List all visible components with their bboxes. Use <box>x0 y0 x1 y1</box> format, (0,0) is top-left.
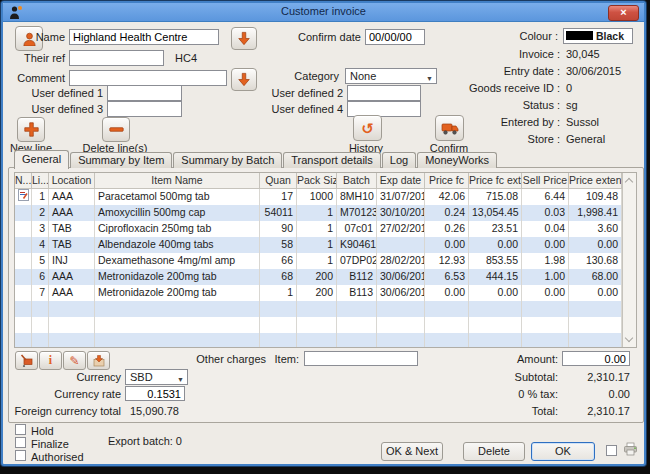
cell: 1000 <box>297 189 337 205</box>
cell: 1 <box>297 221 337 237</box>
confirm-date-label: Confirm date <box>289 31 361 43</box>
column-header-li[interactable]: Li... <box>32 173 49 188</box>
cell: 0.00 <box>569 285 622 301</box>
column-header-batch[interactable]: Batch <box>337 173 377 188</box>
cell: 0.03 <box>522 205 569 221</box>
edit-icon: ✎ <box>69 354 79 368</box>
cell <box>32 301 49 317</box>
cell <box>425 301 469 317</box>
history-button[interactable]: ↺ <box>353 115 382 141</box>
column-header-item-name[interactable]: Item Name <box>95 173 260 188</box>
chevron-down-icon: ▼ <box>177 373 184 387</box>
table-row[interactable]: 4TABAlbendazole 400mg tabs581K904610.000… <box>15 237 622 253</box>
user-defined-2-input[interactable] <box>347 85 421 101</box>
user-defined-3-label: User defined 3 <box>31 103 103 115</box>
foreign-total-value: 15,090.78 <box>130 405 179 417</box>
name-lookup-button[interactable] <box>231 27 257 50</box>
comment-input[interactable] <box>69 70 227 86</box>
cell: 7 <box>32 285 49 301</box>
column-header-exp-date[interactable]: Exp date <box>377 173 425 188</box>
cell <box>469 317 522 333</box>
cell: 2 <box>32 205 49 221</box>
column-header-price-exten[interactable]: Price exten <box>569 173 622 188</box>
ok-button[interactable]: OK <box>531 442 595 461</box>
cell <box>469 301 522 317</box>
edit-note-button[interactable]: ✎ <box>63 351 86 370</box>
screen: { "window": {"title": "Customer invoice"… <box>0 0 650 474</box>
cell <box>337 333 377 347</box>
column-header-quan[interactable]: Quan <box>260 173 297 188</box>
invoice-table: N...Li...LocationItem NameQuanPack SizeB… <box>14 172 637 348</box>
currency-rate-input[interactable] <box>125 386 185 401</box>
truck-icon <box>441 122 459 135</box>
tab-summary-by-item[interactable]: Summary by Item <box>70 152 172 168</box>
tab-general[interactable]: General <box>14 150 69 169</box>
confirm-button[interactable] <box>435 115 464 141</box>
cell <box>15 205 32 221</box>
close-icon: × <box>620 6 626 18</box>
table-row[interactable]: 3TABCiprofloxacin 250mg tab90107c0127/02… <box>15 221 622 237</box>
column-header-price-fc-ext[interactable]: Price fc ext <box>469 173 522 188</box>
cell <box>337 301 377 317</box>
table-row[interactable]: 6AAAMetronidazole 200mg tab68200B11230/0… <box>15 269 622 285</box>
ok-next-button[interactable]: OK & Next <box>381 442 443 461</box>
info-label: Goods receive ID : <box>428 82 560 99</box>
column-header-location[interactable]: Location <box>49 173 95 188</box>
tab-log[interactable]: Log <box>382 152 416 168</box>
authorised-checkbox[interactable] <box>15 450 26 461</box>
finalize-checkbox[interactable] <box>15 437 26 448</box>
cell <box>569 301 622 317</box>
tab-bar: GeneralSummary by ItemSummary by BatchTr… <box>14 149 498 168</box>
cell: TAB <box>49 237 95 253</box>
category-select[interactable]: None ▼ <box>345 68 437 84</box>
item-input[interactable] <box>304 351 418 366</box>
table-row-empty <box>15 333 622 347</box>
close-button[interactable]: × <box>608 5 639 21</box>
cell: 1.00 <box>522 269 569 285</box>
cell <box>15 317 32 333</box>
column-header-n[interactable]: N... <box>15 173 32 188</box>
colour-field[interactable]: Black <box>563 28 633 44</box>
tab-summary-by-batch[interactable]: Summary by Batch <box>173 152 282 168</box>
tab-moneyworks[interactable]: MoneyWorks <box>417 152 497 168</box>
tab-transport-details[interactable]: Transport details <box>283 152 381 168</box>
table-row[interactable]: 1AAAParacetamol 500mg tab1710008MH1031/0… <box>15 189 622 205</box>
info-entry-date: Entry date :30/06/2015 <box>428 65 638 82</box>
table-row[interactable]: 5INJDexamethasone 4mg/ml amp66107DP02012… <box>15 253 622 269</box>
user-defined-1-label: User defined 1 <box>31 87 103 99</box>
trolley-button[interactable] <box>15 351 38 370</box>
column-header-price-fc[interactable]: Price fc <box>425 173 469 188</box>
column-header-pack-size[interactable]: Pack Size <box>297 173 337 188</box>
their-ref-input[interactable] <box>69 50 164 66</box>
hold-checkbox[interactable] <box>15 424 26 435</box>
cell: AAA <box>49 285 95 301</box>
table-row[interactable]: 7AAAMetronidazole 200mg tab1200B11330/06… <box>15 285 622 301</box>
user-defined-1-input[interactable] <box>107 85 182 101</box>
table-row[interactable]: 2AAAAmoxycillin 500mg cap540111M7012330/… <box>15 205 622 221</box>
cell: AAA <box>49 269 95 285</box>
down-arrow-icon <box>237 72 251 87</box>
new-line-button[interactable] <box>17 117 45 142</box>
finalize-label: Finalize <box>31 438 69 450</box>
info-value: 0 <box>566 82 572 99</box>
delete-button[interactable]: Delete <box>463 442 525 461</box>
delete-lines-button[interactable] <box>102 117 130 142</box>
amount-input[interactable] <box>562 351 630 366</box>
cell <box>469 333 522 347</box>
currency-select[interactable]: SBD ▼ <box>125 369 188 385</box>
confirm-date-input[interactable] <box>365 29 425 45</box>
their-ref-code: HC4 <box>175 52 197 64</box>
info-button[interactable]: i <box>39 351 62 370</box>
user-defined-3-input[interactable] <box>107 101 182 117</box>
export-box-button[interactable] <box>87 351 110 370</box>
print-checkbox[interactable] <box>606 445 617 456</box>
cell: 0.00 <box>522 237 569 253</box>
table-scrollbar[interactable] <box>622 173 636 347</box>
minus-icon <box>108 121 125 138</box>
column-header-sell-price[interactable]: Sell Price <box>522 173 569 188</box>
name-label: Name <box>23 31 65 43</box>
window-title: Customer invoice <box>3 5 644 17</box>
cell <box>377 317 425 333</box>
comment-lookup-button[interactable] <box>231 68 257 91</box>
name-input[interactable] <box>69 29 219 45</box>
